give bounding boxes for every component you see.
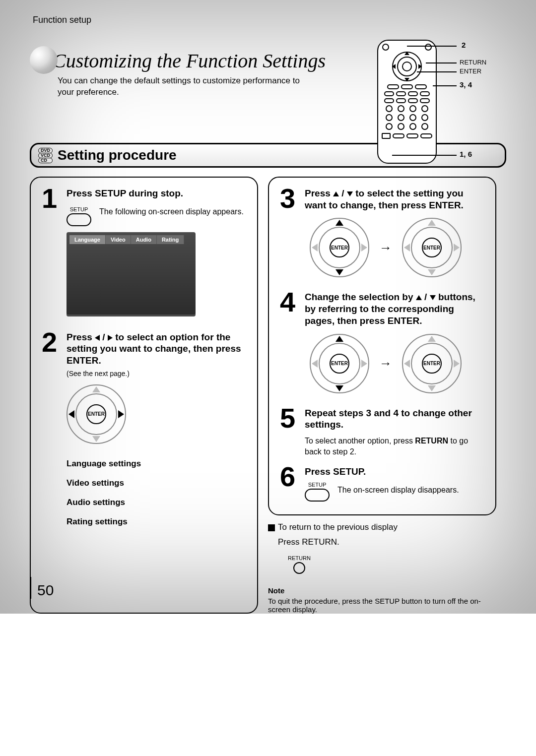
step-number: 2 [42,331,61,532]
step2-heading: Press / to select an option for the sett… [67,331,246,367]
settings-list-item: Rating settings [67,512,246,531]
arrow-icon: → [379,240,392,255]
settings-list: Language settings Video settings Audio s… [67,454,246,531]
up-arrow-icon [333,191,339,196]
step5-heading: Repeat steps 3 and 4 to change other set… [305,407,484,431]
remote-callout-2: 2 [462,41,466,49]
left-panel: 1 Press SETUP during stop. SETUP The fol… [30,177,258,614]
osd-tab-audio: Audio [131,235,157,244]
step-6: 6 Press SETUP. SETUP The on-screen displ… [280,466,484,502]
page-number: 50 [30,577,54,599]
return-button-icon [293,562,305,574]
step3-heading: Press / to select the setting you want t… [305,188,484,211]
step-5: 5 Repeat steps 3 and 4 to change other s… [280,407,484,457]
dpad-illustration: ENTER [402,218,462,277]
remote-callout-16: 1, 6 [460,150,472,158]
bullet-square-icon [268,524,275,531]
onscreen-display: Language Video Audio Rating [67,232,196,316]
note-title: Note [268,586,496,595]
dpad-illustration: ENTER [310,218,369,277]
step-2: 2 Press / to select an option for the se… [42,331,246,532]
up-arrow-icon [416,295,422,300]
procedure-title: Setting procedure [58,147,177,163]
setup-button-icon [305,489,330,502]
return-note: To return to the previous display Press … [268,522,496,576]
setup-button-label: SETUP [305,482,330,488]
step-3: 3 Press / to select the setting you want… [280,188,484,283]
step4-heading: Change the selection by / buttons, by re… [305,291,484,326]
osd-tab-language: Language [69,235,106,244]
step5-desc: To select another option, press RETURN t… [305,436,484,457]
disc-type-badges: DVD VCD CD [38,148,53,163]
intro-text: You can change the default settings to c… [58,75,316,98]
setup-button-label: SETUP [67,206,91,212]
osd-tab-video: Video [106,235,131,244]
return-note-line2: Press RETURN. [278,537,339,547]
down-arrow-icon [347,191,353,196]
settings-list-item: Audio settings [67,493,246,512]
enter-button-center: ENTER [86,404,106,424]
remote-callout-enter: ENTER [460,67,481,75]
page-title: Customizing the Function Settings [53,49,326,72]
dpad-illustration: ENTER [310,334,369,393]
step1-heading: Press SETUP during stop. [67,188,246,199]
step1-desc: The following on-screen display appears. [99,206,244,217]
step-number: 4 [280,291,299,398]
arrow-icon: → [379,356,392,371]
remote-callout-return: RETURN [460,59,486,66]
title-sphere-ornament [30,46,58,74]
step-number: 1 [42,188,61,316]
dpad-illustration: ENTER [67,384,126,444]
note-text: To quit the procedure, press the SETUP b… [268,597,496,614]
step6-desc: The on-screen display disappears. [337,485,459,496]
enter-button-center: ENTER [330,354,349,374]
dpad-illustration: ENTER [402,334,462,393]
right-panel: 3 Press / to select the setting you want… [268,177,496,515]
see-next-page: (See the next page.) [67,370,246,378]
note-block: Note To quit the procedure, press the SE… [268,586,496,614]
step-number: 6 [280,466,299,502]
return-note-line1: To return to the previous display [278,522,398,532]
right-arrow-icon [108,335,113,341]
remote-diagram: 2 RETURN ENTER 3, 4 1, 6 [372,40,501,164]
return-button-label: RETURN [288,555,311,561]
step-4: 4 Change the selection by / buttons, by … [280,291,484,398]
step-number: 3 [280,188,299,283]
enter-button-center: ENTER [422,354,442,374]
settings-list-item: Language settings [67,454,246,473]
down-arrow-icon [430,295,436,300]
step-number: 5 [280,407,299,457]
left-arrow-icon [95,335,100,341]
settings-list-item: Video settings [67,473,246,493]
osd-tab-rating: Rating [157,235,184,244]
section-header: Function setup [33,15,506,25]
remote-callout-34: 3, 4 [460,80,472,89]
step6-heading: Press SETUP. [305,466,484,478]
step-1: 1 Press SETUP during stop. SETUP The fol… [42,188,246,316]
setup-button-icon [67,213,91,226]
